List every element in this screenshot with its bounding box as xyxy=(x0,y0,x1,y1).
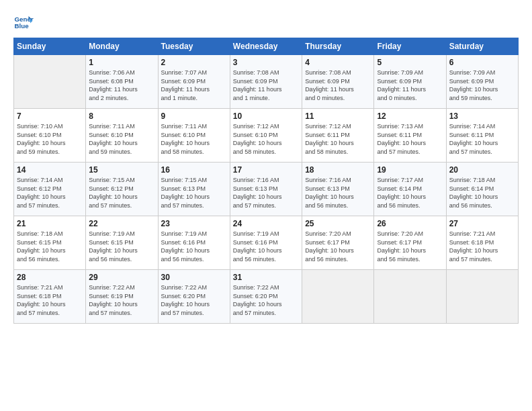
calendar-cell: 25Sunrise: 7:20 AM Sunset: 6:17 PM Dayli… xyxy=(302,216,374,270)
calendar-cell: 8Sunrise: 7:11 AM Sunset: 6:10 PM Daylig… xyxy=(86,109,158,163)
calendar-cell: 27Sunrise: 7:21 AM Sunset: 6:18 PM Dayli… xyxy=(446,216,518,270)
day-number: 19 xyxy=(377,165,443,175)
calendar-cell: 3Sunrise: 7:08 AM Sunset: 6:09 PM Daylig… xyxy=(230,55,302,109)
logo-icon: General Blue xyxy=(13,12,34,32)
calendar-week-row: 28Sunrise: 7:21 AM Sunset: 6:18 PM Dayli… xyxy=(14,270,519,324)
day-number: 12 xyxy=(377,111,443,121)
calendar-cell xyxy=(302,270,374,324)
day-info: Sunrise: 7:15 AM Sunset: 6:12 PM Dayligh… xyxy=(89,176,154,210)
day-number: 29 xyxy=(89,273,154,282)
calendar-page: General Blue SundayMondayTuesdayWednesda… xyxy=(0,0,532,411)
calendar-week-row: 1Sunrise: 7:06 AM Sunset: 6:08 PM Daylig… xyxy=(14,55,519,109)
day-number: 18 xyxy=(305,165,371,175)
day-info: Sunrise: 7:18 AM Sunset: 6:15 PM Dayligh… xyxy=(17,230,83,263)
calendar-week-row: 7Sunrise: 7:10 AM Sunset: 6:10 PM Daylig… xyxy=(14,109,519,163)
day-number: 16 xyxy=(161,165,227,175)
day-info: Sunrise: 7:11 AM Sunset: 6:10 PM Dayligh… xyxy=(161,122,227,156)
day-number: 24 xyxy=(233,219,299,228)
weekday-header-thursday: Thursday xyxy=(302,38,374,55)
day-number: 27 xyxy=(449,219,515,228)
day-number: 15 xyxy=(89,165,154,175)
calendar-cell: 10Sunrise: 7:12 AM Sunset: 6:10 PM Dayli… xyxy=(230,109,302,163)
day-number: 17 xyxy=(233,165,299,175)
day-number: 28 xyxy=(17,273,83,282)
calendar-cell: 26Sunrise: 7:20 AM Sunset: 6:17 PM Dayli… xyxy=(374,216,446,270)
day-info: Sunrise: 7:16 AM Sunset: 6:13 PM Dayligh… xyxy=(305,176,371,210)
calendar-cell: 5Sunrise: 7:09 AM Sunset: 6:09 PM Daylig… xyxy=(374,55,446,109)
day-info: Sunrise: 7:14 AM Sunset: 6:12 PM Dayligh… xyxy=(17,176,83,210)
day-number: 4 xyxy=(305,58,371,67)
day-number: 9 xyxy=(161,111,227,121)
calendar-cell: 30Sunrise: 7:22 AM Sunset: 6:20 PM Dayli… xyxy=(158,270,230,324)
logo: General Blue xyxy=(13,12,34,32)
day-info: Sunrise: 7:13 AM Sunset: 6:11 PM Dayligh… xyxy=(377,122,443,156)
day-info: Sunrise: 7:09 AM Sunset: 6:09 PM Dayligh… xyxy=(377,68,443,102)
calendar-cell: 16Sunrise: 7:15 AM Sunset: 6:13 PM Dayli… xyxy=(158,163,230,216)
calendar-cell: 12Sunrise: 7:13 AM Sunset: 6:11 PM Dayli… xyxy=(374,109,446,163)
day-number: 1 xyxy=(89,58,154,67)
day-info: Sunrise: 7:10 AM Sunset: 6:10 PM Dayligh… xyxy=(17,122,83,156)
calendar-cell: 19Sunrise: 7:17 AM Sunset: 6:14 PM Dayli… xyxy=(374,163,446,216)
day-number: 23 xyxy=(161,219,227,228)
day-number: 20 xyxy=(449,165,515,175)
weekday-header-sunday: Sunday xyxy=(14,38,86,55)
weekday-header-saturday: Saturday xyxy=(446,38,518,55)
day-info: Sunrise: 7:19 AM Sunset: 6:15 PM Dayligh… xyxy=(89,230,154,263)
weekday-header-row: SundayMondayTuesdayWednesdayThursdayFrid… xyxy=(14,38,519,55)
day-info: Sunrise: 7:11 AM Sunset: 6:10 PM Dayligh… xyxy=(89,122,154,156)
calendar-cell: 21Sunrise: 7:18 AM Sunset: 6:15 PM Dayli… xyxy=(14,216,86,270)
day-number: 10 xyxy=(233,111,299,121)
calendar-cell: 7Sunrise: 7:10 AM Sunset: 6:10 PM Daylig… xyxy=(14,109,86,163)
day-info: Sunrise: 7:20 AM Sunset: 6:17 PM Dayligh… xyxy=(377,230,443,263)
day-number: 5 xyxy=(377,58,443,67)
calendar-cell: 29Sunrise: 7:22 AM Sunset: 6:19 PM Dayli… xyxy=(86,270,158,324)
day-info: Sunrise: 7:14 AM Sunset: 6:11 PM Dayligh… xyxy=(449,122,515,156)
day-info: Sunrise: 7:08 AM Sunset: 6:09 PM Dayligh… xyxy=(305,68,371,102)
calendar-cell xyxy=(374,270,446,324)
day-number: 2 xyxy=(161,58,227,67)
day-info: Sunrise: 7:19 AM Sunset: 6:16 PM Dayligh… xyxy=(161,230,227,263)
calendar-week-row: 21Sunrise: 7:18 AM Sunset: 6:15 PM Dayli… xyxy=(14,216,519,270)
day-info: Sunrise: 7:12 AM Sunset: 6:10 PM Dayligh… xyxy=(233,122,299,156)
calendar-cell: 2Sunrise: 7:07 AM Sunset: 6:09 PM Daylig… xyxy=(158,55,230,109)
calendar-cell: 11Sunrise: 7:12 AM Sunset: 6:11 PM Dayli… xyxy=(302,109,374,163)
weekday-header-monday: Monday xyxy=(86,38,158,55)
day-info: Sunrise: 7:22 AM Sunset: 6:20 PM Dayligh… xyxy=(233,283,299,317)
day-info: Sunrise: 7:18 AM Sunset: 6:14 PM Dayligh… xyxy=(449,176,515,210)
calendar-table: SundayMondayTuesdayWednesdayThursdayFrid… xyxy=(13,38,519,324)
day-info: Sunrise: 7:08 AM Sunset: 6:09 PM Dayligh… xyxy=(233,68,299,102)
weekday-header-friday: Friday xyxy=(374,38,446,55)
calendar-cell: 31Sunrise: 7:22 AM Sunset: 6:20 PM Dayli… xyxy=(230,270,302,324)
day-info: Sunrise: 7:17 AM Sunset: 6:14 PM Dayligh… xyxy=(377,176,443,210)
calendar-cell: 14Sunrise: 7:14 AM Sunset: 6:12 PM Dayli… xyxy=(14,163,86,216)
day-info: Sunrise: 7:22 AM Sunset: 6:20 PM Dayligh… xyxy=(161,283,227,317)
day-number: 30 xyxy=(161,273,227,282)
day-number: 13 xyxy=(449,111,515,121)
day-info: Sunrise: 7:06 AM Sunset: 6:08 PM Dayligh… xyxy=(89,68,154,102)
calendar-cell: 15Sunrise: 7:15 AM Sunset: 6:12 PM Dayli… xyxy=(86,163,158,216)
day-number: 14 xyxy=(17,165,83,175)
calendar-cell: 18Sunrise: 7:16 AM Sunset: 6:13 PM Dayli… xyxy=(302,163,374,216)
day-info: Sunrise: 7:20 AM Sunset: 6:17 PM Dayligh… xyxy=(305,230,371,263)
day-number: 3 xyxy=(233,58,299,67)
day-number: 22 xyxy=(89,219,154,228)
calendar-cell: 24Sunrise: 7:19 AM Sunset: 6:16 PM Dayli… xyxy=(230,216,302,270)
calendar-cell: 13Sunrise: 7:14 AM Sunset: 6:11 PM Dayli… xyxy=(446,109,518,163)
calendar-cell: 9Sunrise: 7:11 AM Sunset: 6:10 PM Daylig… xyxy=(158,109,230,163)
day-info: Sunrise: 7:09 AM Sunset: 6:09 PM Dayligh… xyxy=(449,68,515,102)
day-number: 6 xyxy=(449,58,515,67)
svg-text:Blue: Blue xyxy=(15,22,30,30)
calendar-week-row: 14Sunrise: 7:14 AM Sunset: 6:12 PM Dayli… xyxy=(14,163,519,216)
calendar-cell: 20Sunrise: 7:18 AM Sunset: 6:14 PM Dayli… xyxy=(446,163,518,216)
day-number: 8 xyxy=(89,111,154,121)
day-info: Sunrise: 7:16 AM Sunset: 6:13 PM Dayligh… xyxy=(233,176,299,210)
day-number: 7 xyxy=(17,111,83,121)
day-info: Sunrise: 7:21 AM Sunset: 6:18 PM Dayligh… xyxy=(449,230,515,263)
calendar-cell xyxy=(446,270,518,324)
day-info: Sunrise: 7:22 AM Sunset: 6:19 PM Dayligh… xyxy=(89,283,154,317)
day-number: 25 xyxy=(305,219,371,228)
calendar-cell xyxy=(14,55,86,109)
weekday-header-wednesday: Wednesday xyxy=(230,38,302,55)
calendar-cell: 17Sunrise: 7:16 AM Sunset: 6:13 PM Dayli… xyxy=(230,163,302,216)
day-info: Sunrise: 7:12 AM Sunset: 6:11 PM Dayligh… xyxy=(305,122,371,156)
